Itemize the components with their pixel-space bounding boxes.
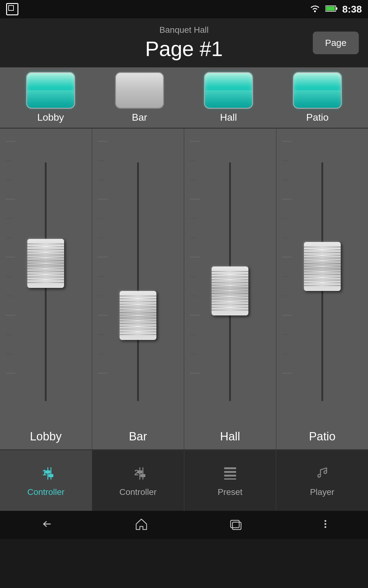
lobby-ticks: [6, 138, 15, 377]
svg-rect-14: [224, 467, 236, 469]
tick: [190, 218, 197, 219]
groove: [120, 309, 156, 310]
groove: [120, 323, 156, 324]
menu-button[interactable]: [322, 518, 328, 533]
zone-bar-button[interactable]: [115, 72, 164, 109]
tick: [190, 373, 200, 374]
tick: [282, 353, 289, 354]
svg-point-20: [324, 520, 326, 522]
groove: [304, 269, 341, 270]
groove: [120, 334, 156, 335]
tick: [98, 237, 105, 238]
tick: [6, 237, 12, 238]
hall-fader-label: Hall: [220, 430, 240, 443]
nav-controller2[interactable]: 2 Controller: [92, 450, 184, 511]
groove: [304, 255, 341, 256]
groove: [27, 257, 64, 258]
groove: [27, 263, 64, 264]
lobby-fader-track: [45, 162, 47, 401]
tick: [282, 141, 292, 142]
patio-fader-track: [321, 162, 323, 401]
groove: [304, 252, 341, 253]
svg-point-22: [324, 526, 326, 528]
home-button[interactable]: [134, 517, 149, 533]
groove: [212, 277, 248, 277]
groove: [212, 285, 248, 286]
status-bar: 8:38: [0, 0, 368, 18]
zone-hall-wrap: Hall: [189, 72, 267, 123]
nav-preset[interactable]: Preset: [184, 450, 276, 511]
tick: [6, 160, 12, 161]
tick: [190, 237, 197, 238]
groove: [120, 296, 156, 296]
groove: [27, 268, 64, 269]
svg-rect-3: [336, 7, 337, 10]
tick: [6, 179, 12, 180]
venue-name: Banquet Hall: [145, 25, 223, 35]
tick: [282, 276, 289, 277]
hall-fader-knob[interactable]: [212, 266, 248, 315]
tick: [98, 353, 105, 354]
groove: [212, 293, 248, 294]
groove: [27, 243, 64, 244]
nav-player[interactable]: Player: [276, 450, 368, 511]
hall-ticks: [190, 138, 200, 377]
tick: [190, 179, 197, 180]
bar-fader-track: [137, 162, 139, 401]
groove: [212, 279, 248, 280]
lobby-track-area: [0, 138, 92, 425]
groove: [27, 260, 64, 261]
nav-controller1[interactable]: 1 Controller: [0, 450, 92, 511]
groove: [212, 288, 248, 288]
fader-channel-bar: Bar: [92, 129, 185, 449]
bar-ticks: [98, 138, 108, 377]
groove: [27, 249, 64, 250]
groove: [120, 326, 156, 327]
groove: [120, 298, 156, 299]
header: Banquet Hall Page #1 Page: [0, 18, 368, 67]
svg-rect-11: [137, 470, 142, 473]
fader-channel-lobby: Lobby: [0, 129, 92, 449]
fader-section: Lobby: [0, 129, 368, 450]
back-button[interactable]: [40, 518, 55, 533]
status-time: 8:38: [342, 4, 362, 15]
zone-patio-button[interactable]: [293, 72, 342, 109]
lobby-fader-knob[interactable]: [27, 239, 64, 288]
svg-rect-18: [231, 520, 239, 528]
tick: [6, 296, 12, 296]
tick: [6, 257, 15, 258]
zone-hall-button[interactable]: [204, 72, 253, 109]
groove: [304, 271, 341, 272]
groove: [212, 301, 248, 302]
groove: [120, 331, 156, 332]
tick: [190, 141, 200, 142]
groove: [304, 263, 341, 264]
groove: [212, 290, 248, 291]
hall-fader-track: [229, 162, 231, 401]
nav-preset-label: Preset: [218, 487, 243, 497]
tick: [190, 334, 197, 335]
bar-fader-knob[interactable]: [120, 291, 156, 340]
tick: [282, 218, 289, 219]
page-button[interactable]: Page: [313, 32, 359, 54]
groove: [304, 260, 341, 261]
tick: [6, 218, 12, 219]
groove: [120, 301, 156, 302]
nav-controller2-label: Controller: [119, 487, 156, 497]
svg-rect-8: [48, 474, 53, 477]
svg-rect-2: [326, 6, 335, 11]
zone-lobby-button[interactable]: [26, 72, 75, 109]
bottom-nav: 1 Controller 2 Controller: [0, 450, 368, 511]
tick: [190, 296, 197, 296]
groove: [212, 310, 248, 311]
recent-button[interactable]: [228, 518, 243, 533]
groove: [304, 277, 341, 278]
groove: [120, 329, 156, 330]
groove: [27, 266, 64, 266]
groove: [212, 304, 248, 305]
tick: [6, 315, 15, 316]
tick: [282, 315, 292, 316]
patio-fader-knob[interactable]: [304, 242, 341, 291]
status-right-icons: 8:38: [309, 4, 362, 15]
player-icon: [314, 464, 331, 485]
